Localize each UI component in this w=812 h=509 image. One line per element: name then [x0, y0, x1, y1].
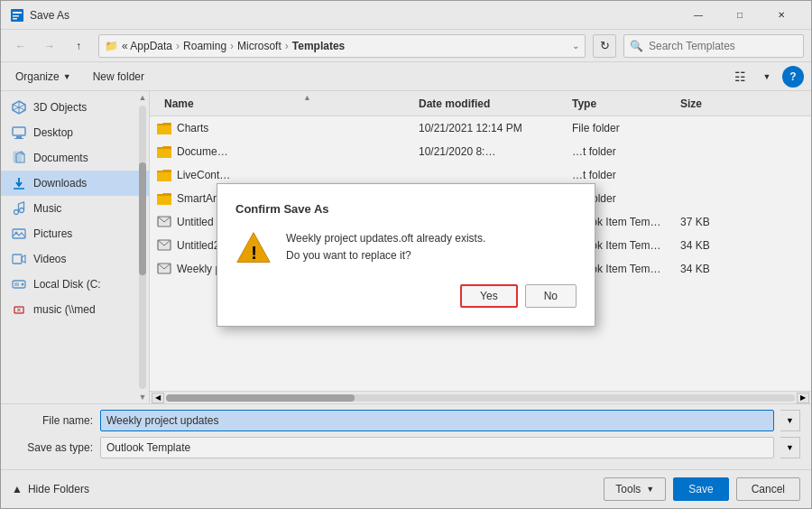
save-as-window: Save As — □ ✕ ← → ↑ 📁 « AppData › Roamin…	[0, 0, 812, 509]
dialog-message-line2: Do you want to replace it?	[286, 247, 485, 264]
dialog-message-line1: Weekly project updates.oft already exist…	[286, 230, 485, 247]
confirm-dialog: Confirm Save As ! Weekly project updates…	[217, 183, 595, 327]
dialog-overlay: Confirm Save As ! Weekly project updates…	[1, 1, 811, 508]
dialog-no-button[interactable]: No	[525, 284, 577, 308]
svg-text:!: !	[251, 242, 257, 262]
dialog-body: ! Weekly project updates.oft already exi…	[235, 230, 577, 266]
warning-icon: !	[235, 230, 272, 266]
dialog-yes-button[interactable]: Yes	[460, 284, 518, 308]
dialog-buttons: Yes No	[235, 284, 577, 308]
dialog-title: Confirm Save As	[235, 202, 577, 216]
dialog-message: Weekly project updates.oft already exist…	[286, 230, 485, 266]
